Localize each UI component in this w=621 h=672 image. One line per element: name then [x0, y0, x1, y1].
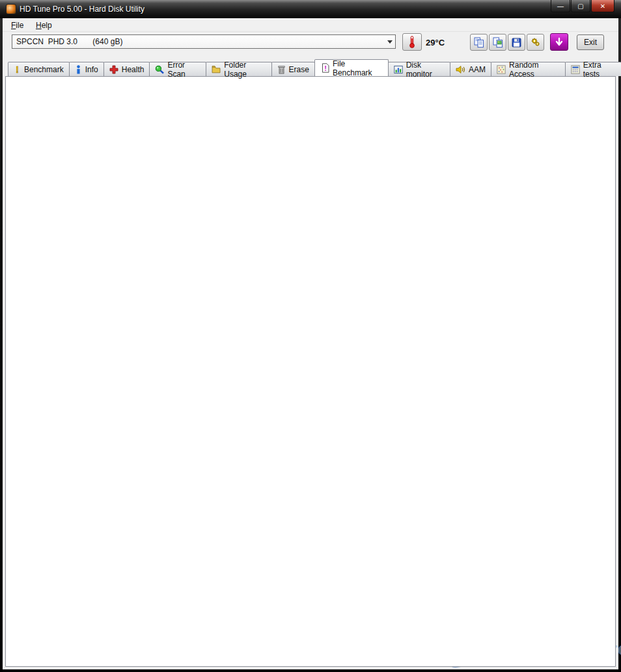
disk-monitor-icon: [394, 65, 403, 74]
tab-label: Benchmark: [24, 65, 64, 74]
tab-label: Error Scan: [167, 60, 200, 79]
tab-label: Random Access: [509, 60, 560, 79]
window-title: HD Tune Pro 5.00 - Hard Disk Utility: [20, 5, 145, 14]
tab-error-scan[interactable]: Error Scan: [149, 62, 206, 76]
copy-image-button[interactable]: [489, 34, 506, 51]
copy-text-icon: [474, 37, 484, 48]
health-icon: [109, 65, 118, 74]
drive-select[interactable]: SPCCN PHD 3.0 (640 gB): [12, 34, 396, 49]
tab-bar: !BenchmarkInfoHealthError ScanFolder Usa…: [8, 60, 621, 76]
tab-label: Extra tests: [583, 60, 616, 79]
capture-button[interactable]: [550, 33, 568, 51]
benchmark-icon: !: [14, 64, 21, 74]
menu-bar: File Help: [3, 18, 618, 32]
folder-usage-icon: [212, 65, 221, 74]
tab-info[interactable]: Info: [69, 62, 104, 76]
tab-erase[interactable]: Erase: [271, 62, 315, 76]
minimize-button[interactable]: —: [551, 0, 570, 12]
exit-button[interactable]: Exit: [577, 34, 604, 50]
svg-text:!: !: [16, 64, 19, 74]
app-logo-icon: [6, 4, 16, 14]
menu-help[interactable]: Help: [33, 20, 55, 31]
file-benchmark-icon: !: [322, 63, 329, 73]
error-scan-icon: [155, 65, 164, 74]
tab-health[interactable]: Health: [104, 62, 150, 76]
copy-text-button[interactable]: [470, 34, 488, 51]
info-icon: [75, 65, 82, 74]
maximize-button[interactable]: ▢: [571, 0, 590, 12]
options-button[interactable]: [527, 34, 544, 51]
copy-image-icon: [493, 37, 503, 48]
drive-select-arrow-icon: [385, 35, 395, 48]
aam-icon: [456, 65, 465, 74]
save-icon: [512, 38, 521, 47]
random-access-icon: [497, 65, 506, 74]
tab-folder-usage[interactable]: Folder Usage: [206, 62, 271, 76]
file-benchmark-panel: [5, 76, 616, 667]
save-button[interactable]: [508, 34, 525, 51]
tab-label: Erase: [289, 65, 309, 74]
tab-label: File Benchmark: [333, 59, 381, 77]
tab-label: Disk monitor: [406, 60, 445, 79]
erase-icon: [277, 65, 286, 74]
menu-file[interactable]: File: [8, 20, 27, 31]
app-window: HD Tune Pro 5.00 - Hard Disk Utility — ▢…: [0, 0, 621, 672]
svg-text:!: !: [324, 64, 327, 72]
options-icon: [531, 37, 541, 47]
extra-tests-icon: [571, 65, 580, 74]
thermometer-icon: [408, 36, 416, 48]
tab-label: AAM: [469, 65, 486, 74]
tab-benchmark[interactable]: !Benchmark: [8, 62, 70, 76]
download-icon: [554, 37, 564, 47]
tab-disk-monitor[interactable]: Disk monitor: [388, 62, 450, 76]
title-bar: HD Tune Pro 5.00 - Hard Disk Utility — ▢…: [0, 0, 621, 18]
close-button[interactable]: ✕: [591, 0, 614, 12]
temperature-button[interactable]: [402, 33, 422, 51]
tab-random-access[interactable]: Random Access: [491, 62, 566, 76]
tab-label: Folder Usage: [224, 60, 266, 79]
tab-label: Info: [85, 65, 98, 74]
temperature-value: 29°C: [426, 38, 445, 47]
tab-extra-tests[interactable]: Extra tests: [565, 62, 621, 76]
tab-label: Health: [122, 65, 145, 74]
tab-aam[interactable]: AAM: [450, 62, 491, 76]
tab-file-benchmark[interactable]: !File Benchmark: [314, 59, 389, 76]
